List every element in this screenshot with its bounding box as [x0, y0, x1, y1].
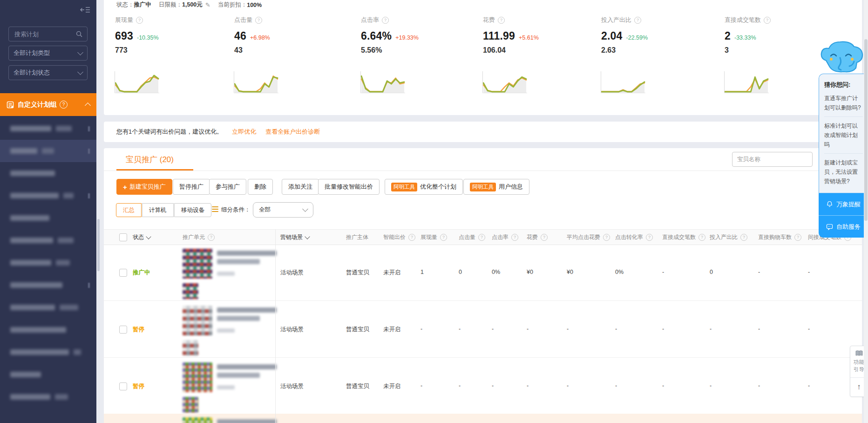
- metric-prev-value: 43: [234, 46, 351, 55]
- collapse-sidebar-icon[interactable]: [80, 6, 91, 14]
- self-service-button[interactable]: 自助服务: [819, 215, 868, 238]
- metric-card[interactable]: 点击量? 46+6.98% 43: [234, 16, 351, 55]
- discount-label: 当前折扣：: [218, 1, 247, 9]
- plan-item[interactable]: [0, 386, 96, 408]
- join-promotion-button[interactable]: 参与推广: [209, 179, 246, 195]
- column-header: 智能出价?: [383, 230, 415, 245]
- metric-card[interactable]: 展现量? 693-10.35% 773: [115, 16, 231, 55]
- custom-plan-group-header[interactable]: 自定义计划组 ?: [0, 93, 96, 116]
- plan-item[interactable]: [0, 296, 96, 319]
- column-header[interactable]: 状态: [133, 230, 150, 245]
- status-value: 推广中: [134, 1, 152, 9]
- metric-label: 花费: [483, 16, 495, 24]
- product-cell[interactable]: [183, 362, 280, 411]
- product-image: [183, 306, 212, 335]
- help-circle-icon[interactable]: ?: [60, 101, 68, 109]
- info-icon: ?: [498, 17, 505, 24]
- select-all-checkbox[interactable]: [119, 233, 127, 241]
- quick-actions: 万象提醒 自助服务: [819, 193, 868, 238]
- plan-search-box[interactable]: [8, 27, 88, 41]
- metric-value: 111.99: [483, 30, 515, 42]
- scrollbar-thumb[interactable]: [864, 39, 868, 221]
- segment-pc[interactable]: 计算机: [142, 203, 174, 217]
- metric-delta: -10.35%: [137, 34, 159, 41]
- notification-reminder-button[interactable]: 万象提醒: [819, 193, 868, 215]
- info-icon: ?: [646, 234, 653, 241]
- sidebar: 全部计划类型 全部计划状态 自定义计划组 ?: [0, 0, 96, 423]
- plan-search-input[interactable]: [14, 30, 76, 38]
- plan-item[interactable]: [0, 117, 96, 140]
- add-watch-button[interactable]: 添加关注: [282, 179, 319, 195]
- product-cell[interactable]: [183, 249, 280, 297]
- edit-budget-icon[interactable]: ✎: [205, 1, 210, 8]
- metric-card[interactable]: 点击率? 6.64%+19.33% 5.56%: [361, 16, 477, 55]
- info-icon: ?: [208, 234, 215, 241]
- plan-type-select[interactable]: 全部计划类型: [8, 46, 88, 61]
- item-name-search-input[interactable]: [732, 152, 813, 167]
- caret-down-icon: [305, 234, 310, 239]
- segment-mobile[interactable]: 移动设备: [174, 203, 211, 217]
- metric-value: 693: [115, 30, 133, 42]
- plan-item[interactable]: [0, 162, 96, 184]
- plan-status-select[interactable]: 全部计划状态: [8, 65, 88, 80]
- segment-summary[interactable]: 汇总: [116, 203, 142, 217]
- table-header: 状态推广单元?营销场景推广主体智能出价?展现量?点击量?点击率?花费?平均点击花…: [104, 229, 862, 245]
- bid-alert-card: 您有1个关键词有出价问题，建议优化。 立即优化 查看全账户出价诊断: [104, 122, 862, 142]
- table-cell: -: [662, 382, 664, 389]
- optimize-now-link[interactable]: 立即优化: [232, 128, 256, 136]
- table-cell: 未开启: [383, 326, 401, 334]
- metric-label: 投入产出比: [601, 16, 631, 24]
- filter-list-icon: [212, 206, 218, 212]
- create-promotion-button[interactable]: +新建宝贝推广: [116, 179, 172, 195]
- faq-section: 猜你想问: 直通车推广计划可以删除吗? 标准计划可以改成智能计划吗 新建计划或宝…: [819, 74, 868, 193]
- delete-button[interactable]: 删除: [248, 179, 273, 195]
- bid-diagnosis-link[interactable]: 查看全账户出价诊断: [265, 128, 320, 136]
- table-cell: -: [420, 382, 422, 389]
- pause-promotion-button[interactable]: 暂停推广: [173, 179, 210, 195]
- faq-question[interactable]: 直通车推广计划可以删除吗?: [824, 94, 863, 116]
- row-status: 暂停: [133, 326, 144, 334]
- table-cell: 活动场景: [280, 269, 304, 277]
- column-header: 平均点击花费?: [567, 230, 610, 245]
- faq-question[interactable]: 新建计划或宝贝，无法设置营销场景?: [824, 153, 863, 190]
- plan-item[interactable]: [0, 184, 96, 207]
- info-icon: ?: [740, 234, 747, 241]
- batch-smart-bid-button[interactable]: 批量修改智能出价: [318, 179, 380, 195]
- plan-list: [0, 117, 96, 408]
- info-icon: ?: [698, 234, 705, 241]
- plan-item[interactable]: [0, 319, 96, 341]
- row-checkbox[interactable]: [119, 382, 127, 390]
- column-header: 直接购物车数?: [758, 230, 801, 245]
- plan-item[interactable]: [0, 274, 96, 296]
- faq-question[interactable]: 标准计划可以改成智能计划吗: [824, 116, 863, 153]
- product-cell[interactable]: [183, 306, 280, 354]
- column-header[interactable]: 营销场景: [280, 230, 309, 245]
- plan-item-selected[interactable]: [0, 140, 96, 162]
- row-checkbox[interactable]: [119, 326, 127, 334]
- plan-item[interactable]: [0, 341, 96, 363]
- product-sub-image: [183, 397, 198, 413]
- plan-item[interactable]: [0, 207, 96, 229]
- tab-item-promotion[interactable]: 宝贝推广 (20): [126, 154, 174, 165]
- metric-card[interactable]: 花费? 111.99+5.61% 106.04: [483, 16, 599, 55]
- table-cell: 普通宝贝: [346, 382, 369, 390]
- sparkline-chart: [723, 69, 770, 96]
- column-header: 推广主体: [346, 230, 368, 245]
- metric-delta: -22.59%: [626, 34, 648, 41]
- info-icon: ?: [541, 234, 548, 241]
- page-scrollbar[interactable]: [864, 0, 868, 423]
- amin-optimize-plan-button[interactable]: 阿明工具优化整个计划: [385, 179, 463, 195]
- row-checkbox[interactable]: [119, 269, 127, 277]
- metric-card[interactable]: 投入产出比? 2.04-22.59% 2.63: [601, 16, 718, 55]
- plan-item[interactable]: [0, 229, 96, 252]
- sidebar-scrollbar[interactable]: [97, 219, 100, 271]
- plan-item[interactable]: [0, 252, 96, 274]
- plan-item[interactable]: [0, 363, 96, 386]
- metric-value: 6.64%: [361, 30, 392, 42]
- table-cell: ¥0: [527, 269, 533, 275]
- table-cell: 0: [710, 269, 713, 275]
- segment-filter-dropdown[interactable]: 全部: [253, 202, 313, 218]
- product-title-redacted: [217, 364, 277, 389]
- info-icon: ?: [634, 17, 641, 24]
- amin-user-info-button[interactable]: 阿明工具用户信息: [463, 179, 529, 195]
